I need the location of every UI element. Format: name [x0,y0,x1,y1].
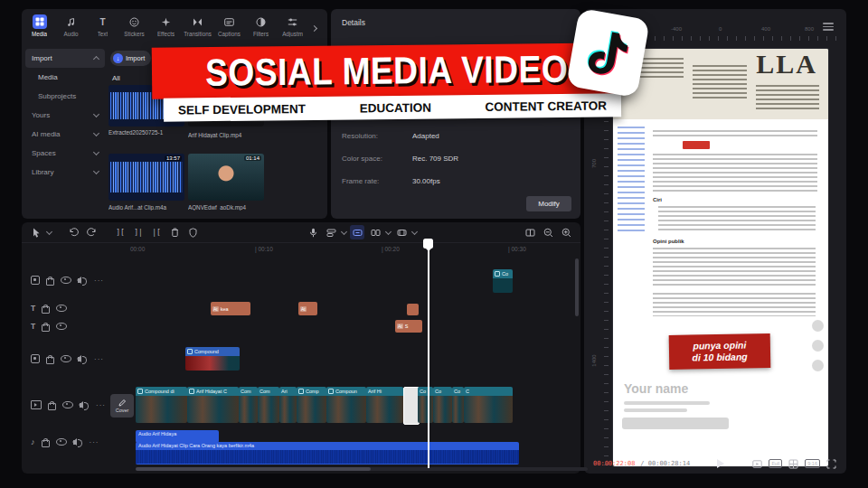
transition-options-caret[interactable] [385,228,392,234]
play-button[interactable] [717,459,724,468]
sidebar-item-import[interactable]: Import [25,49,105,68]
expand-tabs-button[interactable] [308,11,319,45]
transition-options-icon[interactable] [368,225,382,239]
video-clip[interactable]: Arif Hi [366,387,403,423]
zoom-in-icon[interactable] [559,225,573,239]
frame-grid-icon[interactable] [788,458,799,470]
media-thumbnail-video-person[interactable]: 01:14 [188,154,264,201]
sidebar-item-label: Import [32,54,52,62]
video-preview[interactable]: LLA Ciri Opini publik punya opini di 10 … [613,49,828,466]
tab-transitions[interactable]: Transitions [182,11,213,45]
video-clip[interactable]: Co [433,387,452,423]
video-clip[interactable]: Com [258,387,279,423]
sidebar-item-ai-media[interactable]: AI media [25,125,105,144]
aspect-ratio-button[interactable]: 9:16 [805,459,820,468]
playhead-handle[interactable] [423,239,433,249]
tab-captions[interactable]: Captions [213,11,245,45]
text-clip[interactable]: At S [395,320,422,333]
visibility-icon[interactable] [56,438,67,446]
mute-icon[interactable] [78,278,80,283]
text-clip[interactable]: At kea [211,302,250,315]
pointer-tool-caret[interactable] [46,228,52,234]
video-clip[interactable]: Co [418,387,433,423]
video-clip[interactable]: Co [452,387,464,423]
trim-left-icon[interactable]: ]| [131,225,146,239]
sidebar-item-spaces[interactable]: Spaces [25,144,105,163]
sidebar-item-subprojects[interactable]: Subprojects [25,87,105,106]
mute-icon[interactable] [78,357,80,361]
video-clip[interactable]: Compoun [326,387,366,423]
clip-options-caret[interactable] [411,228,418,234]
trim-right-icon[interactable]: |[ [149,225,164,239]
sidebar-item-yours[interactable]: Yours [25,106,105,125]
freeze-frame-icon[interactable] [185,225,200,239]
lock-icon[interactable] [46,357,54,364]
lock-icon[interactable] [42,324,50,332]
more-options-icon[interactable]: ··· [94,277,104,285]
pip-track-icon [31,354,40,363]
split-icon[interactable]: ][ [113,225,127,239]
tab-text[interactable]: T Text [87,11,118,45]
visibility-icon[interactable] [61,277,71,285]
visibility-icon[interactable] [61,355,71,363]
modify-button[interactable]: Modify [526,196,571,211]
player-menu-icon[interactable] [823,21,834,33]
track-options-caret[interactable] [341,228,347,234]
text-clip[interactable] [407,304,419,315]
timeline-horizontal-scrollbar[interactable] [136,467,588,471]
video-clip[interactable]: Arif Hidayat C [187,387,239,423]
audio-clip[interactable]: Audio Arif Hidayat Clip Cara Orang kaya … [136,442,519,465]
video-clip[interactable]: Ari [279,387,297,423]
compound-clip[interactable]: Compound [185,347,240,371]
pip-clip[interactable]: Co [493,269,513,293]
clip-options-icon[interactable] [394,225,409,239]
record-voiceover-icon[interactable] [306,225,320,239]
delete-icon[interactable] [167,225,182,239]
more-options-icon[interactable]: ··· [96,401,106,409]
video-clip[interactable]: Compound di [136,387,187,423]
lock-icon[interactable] [46,278,54,286]
cover-button[interactable]: Cover [110,394,134,418]
tab-effects[interactable]: Effects [150,11,182,45]
video-clip[interactable]: Com [239,387,258,423]
smart-cut-icon[interactable] [350,225,364,239]
fullscreen-icon[interactable] [826,458,837,470]
lock-icon[interactable] [42,440,50,447]
audio-clip[interactable]: Audio Arif Hidaya [136,430,219,443]
visibility-icon[interactable] [56,305,67,313]
visibility-icon[interactable] [62,401,73,409]
more-options-icon[interactable]: ··· [90,438,99,446]
preview-axis-icon[interactable] [523,225,537,239]
timeline-vertical-scrollbar[interactable] [575,258,579,316]
tab-media[interactable]: Media [24,11,55,45]
tab-stickers[interactable]: Stickers [118,11,150,45]
media-filter-all[interactable]: All [112,74,120,82]
tab-audio[interactable]: Audio [55,11,87,45]
sidebar-item-library[interactable]: Library [25,163,105,182]
redo-icon[interactable] [84,225,99,239]
more-options-icon[interactable]: ··· [94,355,104,363]
text-clip[interactable]: At [298,302,317,315]
caption-overlay[interactable]: punya opini di 10 bidang [669,333,771,370]
render-preview-icon[interactable] [751,458,763,470]
video-clip[interactable]: Comp [297,387,326,423]
tab-filters[interactable]: Filters [245,11,277,45]
import-button[interactable]: ↓ Import [110,51,151,66]
pointer-tool[interactable] [29,225,43,239]
track-options-icon[interactable] [324,225,338,239]
sidebar-item-media[interactable]: Media [25,68,105,87]
quality-badge[interactable]: Full [769,459,782,468]
video-clip[interactable]: C [464,387,513,423]
undo-icon[interactable] [66,225,80,239]
chevron-down-icon [93,130,99,136]
lock-icon[interactable] [42,306,50,314]
mute-icon[interactable] [80,403,82,408]
time-ruler-label: | 00:10 [255,246,273,252]
visibility-icon[interactable] [56,323,67,331]
media-thumbnail-audio-full[interactable]: 13:57 [108,154,184,201]
mute-icon[interactable] [73,440,76,445]
lock-icon[interactable] [48,403,56,410]
zoom-out-icon[interactable] [541,225,555,239]
tab-adjustment[interactable]: Adjustm [277,11,308,45]
details-title: Details [342,18,365,27]
